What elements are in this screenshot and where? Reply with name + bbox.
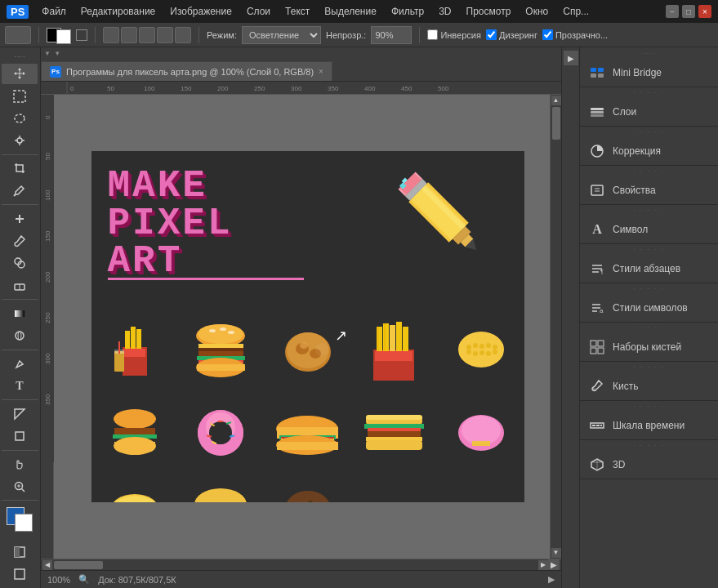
inversion-checkbox-label[interactable]: Инверсия [427,29,481,40]
food-cell-taco [91,474,178,502]
menu-image[interactable]: Изображение [163,4,239,19]
tool-clone[interactable] [2,253,38,274]
menu-filter[interactable]: Фильтр [385,4,430,19]
tool-hand[interactable] [2,454,38,474]
scroll-down-btn[interactable]: ▼ [551,548,561,558]
panel-item-brush[interactable]: Кисть [580,372,718,401]
svg-text:250: 250 [44,312,51,323]
nav-button[interactable]: ▶ [548,559,560,571]
tool-magic-wand[interactable] [2,130,38,150]
scroll-up-btn[interactable]: ▲ [551,96,561,105]
brush-preset-2[interactable] [121,27,137,43]
tool-select-rect[interactable] [2,86,38,106]
tool-quick-mask[interactable] [2,541,38,562]
collapse-dots-2: · · · · · [580,127,718,137]
menu-layers[interactable]: Слои [240,4,277,19]
doc-tab-close[interactable]: × [319,67,323,76]
panel-item-properties[interactable]: Свойства [580,176,718,205]
tool-dodge[interactable] [2,326,38,346]
svg-rect-77 [197,364,245,371]
background-color[interactable] [56,29,71,44]
canvas-document[interactable]: MAKE PIXEL ART [91,151,524,502]
food-cell-partial-2 [438,392,524,474]
nav-forward-btn[interactable]: ▶ [548,574,555,585]
tool-gradient[interactable] [2,303,38,323]
tool-crop[interactable] [2,158,38,179]
menu-edit[interactable]: Редактирование [74,4,162,19]
brush-preset-3[interactable] [139,27,155,43]
doc-tab-active[interactable]: Ps Программы для пиксель арта.png @ 100%… [41,61,332,81]
minimize-button[interactable]: − [666,5,679,18]
tool-eyedropper[interactable] [2,180,38,201]
svg-rect-129 [366,415,422,420]
brush-sets-icon [588,338,606,356]
inversion-checkbox[interactable] [427,29,438,40]
opacity-input[interactable] [371,26,412,44]
scrollbar-horizontal: ◀ ▶ ▶ [41,559,561,570]
scroll-thumb[interactable] [552,107,560,140]
panel-expand-btn[interactable]: ▶ [564,51,578,65]
panel-item-brush-sets[interactable]: Наборы кистей [580,333,718,362]
transparent-checkbox[interactable] [542,29,553,40]
svg-point-99 [493,345,497,350]
background-swatch[interactable] [15,514,33,532]
svg-rect-92 [384,323,386,351]
quick-mask[interactable] [76,29,87,41]
scroll-hthumb[interactable] [54,561,103,569]
svg-rect-127 [277,442,338,450]
tool-heal[interactable] [2,208,38,229]
panel-item-3d[interactable]: 3D [580,451,718,479]
tool-brush[interactable] [2,231,38,252]
menu-help[interactable]: Спр... [556,4,595,19]
dithering-checkbox-label[interactable]: Дизеринг [486,29,537,40]
tool-path-select[interactable] [2,403,38,424]
panel-item-timeline[interactable]: Шкала времени [580,412,718,440]
svg-text:200: 200 [217,85,229,92]
menu-view[interactable]: Просмотр [460,4,518,19]
menu-file[interactable]: Файл [35,4,73,19]
tool-zoom[interactable] [2,476,38,497]
tool-text[interactable]: T [2,376,38,396]
menu-window[interactable]: Окно [519,4,555,19]
canvas-viewport[interactable]: MAKE PIXEL ART [54,95,561,559]
tool-preset-button[interactable] [5,26,31,44]
tool-shape[interactable] [2,426,38,447]
dithering-checkbox[interactable] [486,29,497,40]
tool-lasso[interactable] [2,108,38,128]
doc-tab-ps-icon: Ps [50,66,61,78]
menu-text[interactable]: Текст [279,4,316,19]
brush-preset-4[interactable] [157,27,173,43]
scroll-left-btn[interactable]: ◀ [42,560,52,570]
blend-mode-select[interactable]: Осветление Нормальный Умножение [242,26,321,44]
panel-item-para-styles[interactable]: ¶ Стили абзацев [580,255,718,283]
svg-point-142 [194,488,247,503]
close-button[interactable]: × [698,5,711,18]
svg-rect-182 [596,425,600,426]
ruler-left: 0 50 100 150 200 250 300 350 [41,95,54,559]
panel-item-correction[interactable]: Коррекция [580,137,718,166]
tool-screen-mode[interactable] [2,564,38,585]
brush-preset-5[interactable] [175,27,191,43]
svg-rect-161 [591,111,604,114]
tool-move[interactable] [2,64,38,84]
menu-select[interactable]: Выделение [318,4,383,19]
svg-rect-156 [591,68,596,72]
brush-preset-1[interactable] [103,27,119,43]
scroll-right-btn[interactable]: ▶ [538,560,548,570]
panel-item-mini-bridge[interactable]: Mini Bridge [580,59,718,87]
svg-rect-164 [591,185,603,195]
panel-item-char-styles[interactable]: a Стили символов [580,294,718,323]
panel-item-layers[interactable]: Слои [580,98,718,127]
svg-point-69 [220,327,226,331]
scrollbar-vertical[interactable]: ▲ ▼ [550,95,561,559]
tool-eraser[interactable] [2,275,38,296]
panel-collapse-top: ▼ ▼ [41,47,561,59]
panel-item-symbol[interactable]: A Символ [580,216,718,244]
maximize-button[interactable]: □ [682,5,695,18]
title-bar-left: PS Файл Редактирование Изображение Слои … [7,4,595,19]
transparent-checkbox-label[interactable]: Прозрачно... [542,29,608,40]
svg-point-102 [479,350,484,355]
tool-pen[interactable] [2,354,38,374]
menu-3d[interactable]: 3D [432,4,457,19]
svg-text:300: 300 [44,353,51,364]
